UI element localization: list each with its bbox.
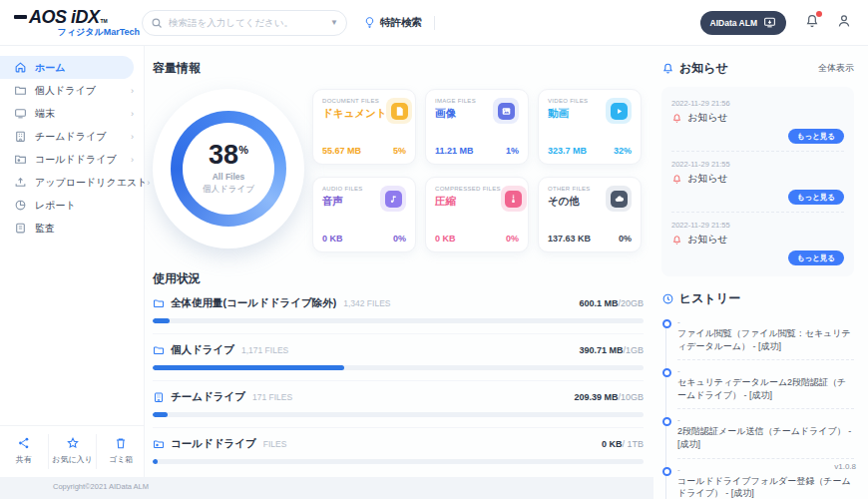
top-bar: AOS iDX TM フィジタルMarTech ▼ 特許検索 AIData AL… (0, 0, 868, 46)
usage-label: コールドドライブ (171, 437, 256, 451)
chevron-right-icon: › (131, 132, 134, 142)
sidebar-item-label: 個人ドライブ (35, 84, 131, 98)
share-button[interactable]: 共有 (0, 434, 49, 469)
logo-subtitle: フィジタルMarTech (14, 28, 140, 37)
usage-row-team: チームドライブ 171 FILES 209.39 MB/10GB (153, 381, 644, 428)
file-type-cards: DOCUMENT FILES ドキュメント 55.67 MB 5% IMAG (312, 89, 642, 252)
folder-icon (153, 297, 165, 309)
notification-more-button[interactable]: もっと見る (788, 190, 844, 205)
video-play-icon (606, 98, 632, 124)
sidebar-item-personal-drive[interactable]: 個人ドライブ › (0, 79, 144, 102)
card-images: IMAGE FILES 画像 11.21 MB 1% (425, 89, 529, 165)
alert-bell-icon (671, 174, 682, 185)
patent-search-label: 特許検索 (380, 16, 422, 30)
header-divider (434, 16, 435, 30)
history-item: - コールドドライブフォルダー登録（チームドライブ） - [成功] (677, 465, 854, 499)
notification-more-button[interactable]: もっと見る (788, 129, 844, 144)
music-note-icon (380, 186, 406, 212)
donut-drive-label: 個人ドライブ (203, 184, 254, 196)
search-input[interactable] (163, 17, 330, 28)
usage-row-total: 全体使用量(コールドドライブ除外) 1,342 FILES 600.1 MB/2… (153, 287, 644, 334)
user-icon (836, 13, 852, 29)
card-percent: 0% (506, 234, 519, 244)
usage-row-cold: コールドドライブ FILES 0 KB/ 1TB (153, 428, 644, 474)
card-label: 画像 (435, 107, 476, 121)
history-header: ヒストリー (661, 290, 854, 307)
alert-bell-icon (671, 113, 682, 124)
chevron-right-icon: › (131, 109, 134, 119)
card-label: ドキュメント (322, 107, 386, 121)
card-documents: DOCUMENT FILES ドキュメント 55.67 MB 5% (312, 89, 416, 165)
trash-button[interactable]: ゴミ箱 (97, 434, 145, 469)
app-logo: AOS iDX TM フィジタルMarTech (0, 8, 140, 37)
sidebar-item-team-drive[interactable]: チームドライブ › (0, 125, 144, 148)
usage-files-count: FILES (263, 439, 287, 449)
sidebar-item-upload-request[interactable]: アップロードリクエスト › (0, 171, 144, 194)
notification-more-button[interactable]: もっと見る (788, 250, 844, 265)
folder-gear-icon (14, 153, 27, 166)
donut-percent-value: 38% (209, 142, 248, 169)
history-item-text: セキュリティデータルーム2段階認証（チームドライブ） - [成功] (677, 376, 854, 401)
sidebar-item-label: チームドライブ (35, 130, 131, 144)
usage-row-personal: 個人ドライブ 1,171 FILES 390.71 MB/1GB (153, 334, 644, 381)
app-window: AOS iDX TM フィジタルMarTech ▼ 特許検索 AIData AL… (0, 0, 868, 499)
sidebar-item-audit[interactable]: 監査 (0, 217, 144, 240)
chevron-right-icon: › (131, 155, 134, 165)
usage-files-count: 171 FILES (252, 392, 292, 402)
folder-icon (153, 344, 165, 356)
card-percent: 1% (506, 146, 519, 156)
search-box[interactable]: ▼ (142, 10, 347, 36)
history-title: ヒストリー (679, 290, 740, 307)
monitor-icon (14, 107, 27, 120)
notifications-view-all-link[interactable]: 全体表示 (818, 62, 854, 75)
usage-progress-fill (153, 412, 168, 417)
notification-label: お知らせ (687, 233, 728, 247)
upload-request-icon (14, 176, 27, 189)
sidebar-item-cold-drive[interactable]: コールドドライブ › (0, 148, 144, 171)
copyright-text: Copyright©2021 AIData ALM (16, 482, 186, 491)
aidata-alm-button[interactable]: AIData ALM (700, 11, 786, 35)
sidebar-footer-actions: 共有 お気に入り ゴミ箱 (0, 425, 145, 469)
aidata-alm-label: AIData ALM (710, 18, 757, 28)
notification-date: 2022-11-29 21:56 (671, 99, 844, 108)
home-icon (14, 61, 27, 74)
sidebar-item-device[interactable]: 端末 › (0, 102, 144, 125)
audit-document-icon (14, 222, 27, 235)
card-size: 0 KB (322, 234, 343, 244)
card-audio: AUDIO FILES 音声 0 KB 0% (312, 177, 416, 252)
document-icon (386, 98, 412, 124)
history-item-date: - (677, 366, 854, 375)
sidebar-item-report[interactable]: レポート (0, 194, 144, 217)
chevron-right-icon: › (147, 178, 150, 188)
user-account-button[interactable] (836, 13, 852, 33)
capacity-donut-chart: 38% All Files 個人ドライブ (171, 111, 286, 227)
usage-label: チームドライブ (171, 390, 245, 404)
card-label: 圧縮 (435, 195, 501, 209)
favorites-button[interactable]: お気に入り (49, 434, 98, 469)
card-size: 0 KB (435, 234, 456, 244)
history-item-text: 2段階認証メール送信（チームドライブ） - [成功] (677, 425, 854, 450)
monitor-download-icon (763, 16, 776, 29)
card-compressed: COMPRESSED FILES 圧縮 0 KB 0% (425, 177, 529, 252)
lightbulb-icon (363, 16, 376, 29)
sidebar-item-home[interactable]: ホーム (0, 56, 134, 79)
usage-label: 個人ドライブ (171, 343, 234, 357)
trash-icon (114, 436, 128, 450)
card-percent: 5% (393, 146, 406, 156)
history-clock-icon (661, 292, 674, 305)
history-timeline: - ファイル閲覧（ファイル閲覧：セキュリティデータルーム） - [成功] - セ… (661, 317, 854, 499)
history-item: - 2段階認証メール送信（チームドライブ） - [成功] (677, 415, 854, 458)
notification-label: お知らせ (687, 172, 728, 186)
sidebar: ホーム 個人ドライブ › 端末 › チームドライブ › コールドドライブ › ア… (0, 46, 145, 477)
usage-progress-fill (153, 459, 158, 464)
notification-bell-button[interactable] (804, 13, 820, 33)
card-percent: 0% (393, 234, 406, 244)
chevron-right-icon: › (131, 86, 134, 96)
search-dropdown-caret-icon[interactable]: ▼ (330, 18, 338, 27)
notification-item: 2022-11-29 21:55 お知らせ もっと見る (671, 152, 844, 213)
card-size: 137.63 KB (548, 234, 591, 244)
logo-title: AOS iDX (29, 8, 100, 26)
main-content: 容量情報 38% All Files 個人ドライブ DOCUMENT FILES (145, 46, 653, 477)
history-item: - ファイル閲覧（ファイル閲覧：セキュリティデータルーム） - [成功] (677, 317, 854, 360)
patent-search-button[interactable]: 特許検索 (363, 16, 422, 30)
